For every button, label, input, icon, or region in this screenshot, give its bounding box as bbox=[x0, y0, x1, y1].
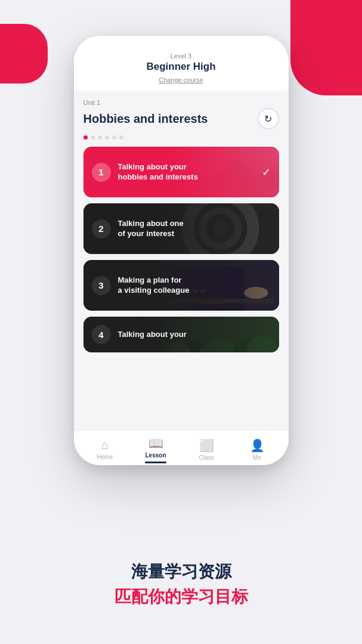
lesson-text-2: Talking about oneof your interest bbox=[118, 219, 271, 239]
level-label: Level 3 bbox=[86, 52, 277, 60]
tab-home[interactable]: ⌂ Home bbox=[80, 436, 131, 460]
lesson-text-1: Talking about yourhobbies and interests bbox=[118, 162, 257, 182]
tab-class[interactable]: ⬜ Class bbox=[181, 436, 232, 461]
lesson-number-2: 2 bbox=[92, 219, 111, 239]
dot-3 bbox=[98, 135, 102, 140]
bg-decoration-right bbox=[290, 0, 362, 95]
progress-dots bbox=[83, 135, 279, 140]
lesson-number-1: 1 bbox=[92, 163, 111, 182]
dot-2 bbox=[91, 135, 95, 140]
tab-lesson-label: Lesson bbox=[145, 452, 166, 459]
content-area: Unit 1 Hobbies and interests ↻ bbox=[74, 91, 289, 431]
tab-bar: ⌂ Home 📖 Lesson ⬜ Class 👤 Me bbox=[74, 431, 289, 465]
card1-content: 1 Talking about yourhobbies and interest… bbox=[83, 162, 279, 182]
lesson-card-1[interactable]: 1 Talking about yourhobbies and interest… bbox=[83, 147, 279, 197]
lesson-text-3: Making a plan fora visiting colleague bbox=[118, 275, 271, 296]
dot-4 bbox=[105, 135, 109, 140]
card4-content: 4 Talking about your bbox=[83, 325, 279, 344]
book-icon: 📖 bbox=[148, 436, 163, 450]
phone-screen: Level 3 Beginner High Change course Unit… bbox=[74, 36, 289, 465]
lesson-text-4: Talking about your bbox=[118, 330, 271, 340]
refresh-button[interactable]: ↻ bbox=[258, 108, 279, 129]
phone-frame: Level 3 Beginner High Change course Unit… bbox=[74, 36, 289, 465]
tab-me-label: Me bbox=[253, 454, 261, 461]
bg-decoration-left bbox=[0, 24, 48, 83]
lesson-card-4[interactable]: 4 Talking about your bbox=[83, 317, 279, 352]
person-icon: 👤 bbox=[250, 438, 265, 453]
bottom-line1: 海量学习资源 bbox=[0, 561, 362, 583]
unit-label: Unit 1 bbox=[83, 99, 279, 106]
card2-content: 2 Talking about oneof your interest bbox=[83, 219, 279, 239]
tab-lesson-indicator bbox=[145, 462, 166, 463]
dot-1 bbox=[83, 135, 88, 140]
lesson-card-2[interactable]: 2 Talking about oneof your interest bbox=[83, 203, 279, 254]
change-course-link[interactable]: Change course bbox=[86, 76, 277, 83]
unit-title-row: Hobbies and interests ↻ bbox=[83, 108, 279, 129]
lesson-number-4: 4 bbox=[92, 325, 111, 344]
refresh-icon: ↻ bbox=[264, 113, 272, 125]
lesson-card-3[interactable]: 3 Making a plan fora visiting colleague bbox=[83, 260, 279, 311]
course-title: Beginner High bbox=[86, 61, 277, 73]
bottom-line2: 匹配你的学习目标 bbox=[0, 586, 362, 608]
phone-wrapper: Level 3 Beginner High Change course Unit… bbox=[74, 36, 289, 465]
unit-title: Hobbies and interests bbox=[83, 112, 208, 126]
monitor-icon: ⬜ bbox=[199, 438, 214, 453]
lesson-number-3: 3 bbox=[92, 276, 111, 295]
dot-5 bbox=[112, 135, 116, 140]
tab-me[interactable]: 👤 Me bbox=[232, 436, 283, 461]
bottom-text-area: 海量学习资源 匹配你的学习目标 bbox=[0, 561, 362, 608]
dot-6 bbox=[119, 135, 123, 140]
tab-lesson[interactable]: 📖 Lesson bbox=[131, 434, 181, 463]
check-icon-1: ✓ bbox=[262, 166, 271, 179]
tab-class-label: Class bbox=[199, 454, 214, 461]
home-icon: ⌂ bbox=[101, 438, 109, 452]
header: Level 3 Beginner High Change course bbox=[74, 36, 289, 91]
tab-home-label: Home bbox=[97, 454, 113, 460]
card3-content: 3 Making a plan fora visiting colleague bbox=[83, 275, 279, 296]
